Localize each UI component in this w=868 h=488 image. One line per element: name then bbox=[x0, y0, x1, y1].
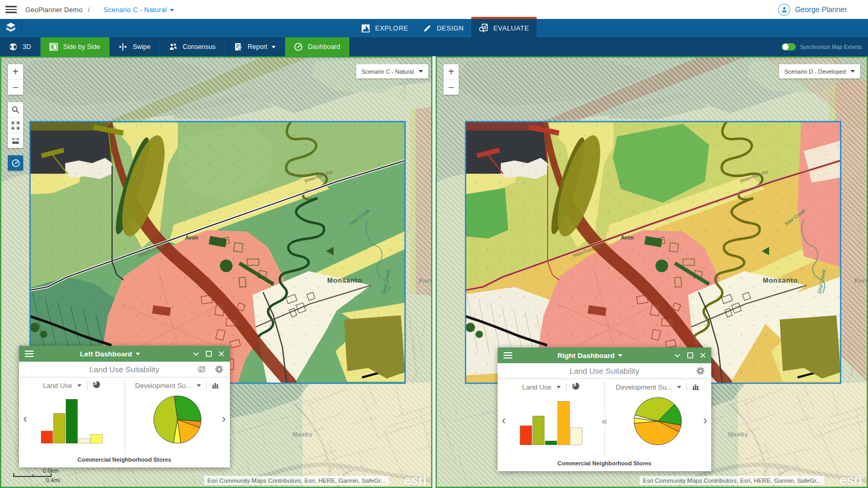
chart-panel-development: Development Su... bbox=[125, 377, 230, 456]
toolbar-swipe-button[interactable]: Swipe bbox=[109, 37, 160, 56]
zoom-out-button[interactable]: − bbox=[8, 79, 23, 95]
breadcrumb-separator: / bbox=[88, 6, 90, 14]
dashboard-gauge-icon bbox=[294, 43, 302, 51]
map-attribution: Esri Community Maps Contributors, Esri, … bbox=[640, 476, 824, 485]
swipe-icon bbox=[118, 43, 127, 51]
toolbar-side-by-side-button[interactable]: Side by Side bbox=[41, 37, 109, 56]
measure-button[interactable] bbox=[8, 133, 23, 148]
previous-chart-chevron[interactable]: ‹ bbox=[502, 415, 506, 426]
bar-chart-toggle-icon[interactable] bbox=[212, 381, 219, 390]
layers-icon bbox=[6, 23, 16, 34]
chevron-down-icon bbox=[170, 9, 174, 12]
bar-chart-toggle-icon[interactable] bbox=[692, 383, 700, 392]
svg-text:Avon: Avon bbox=[621, 235, 634, 241]
measure-icon bbox=[12, 137, 19, 145]
map-tools-left bbox=[8, 102, 23, 148]
toolbar-3d-button[interactable]: 3D bbox=[0, 37, 41, 56]
chevron-down-icon bbox=[77, 384, 82, 387]
app-header: GeoPlanner Demo / Scenario C - Natural G… bbox=[0, 0, 868, 19]
development-pie-chart bbox=[125, 393, 230, 456]
chart-panel-land-use: Land Use bbox=[498, 379, 604, 458]
gear-icon[interactable] bbox=[215, 365, 224, 374]
visibility-off-icon[interactable] bbox=[197, 365, 206, 374]
previous-chart-chevron[interactable]: ‹ bbox=[23, 413, 27, 425]
zoom-in-button[interactable]: + bbox=[8, 64, 23, 79]
widget-title: Land Use Suitability bbox=[498, 366, 711, 375]
svg-text:Avon: Avon bbox=[185, 235, 198, 241]
land-use-bar-chart bbox=[19, 393, 125, 456]
expand-icon bbox=[12, 122, 19, 130]
map-divider[interactable] bbox=[432, 56, 436, 488]
dashboard-gauge-icon bbox=[12, 159, 20, 167]
svg-text:Maxby: Maxby bbox=[728, 431, 748, 437]
chevron-down-icon bbox=[136, 353, 140, 355]
pie-chart-toggle-icon[interactable] bbox=[93, 381, 100, 390]
maximize-button[interactable] bbox=[206, 351, 212, 357]
side-by-side-icon bbox=[49, 43, 58, 51]
svg-text:Monsanto: Monsanto bbox=[763, 276, 798, 284]
chart-panel-land-use: Land Use bbox=[19, 377, 125, 456]
toolbar-consensus-button[interactable]: Consensus bbox=[160, 37, 225, 56]
map-pane-right: PortMaxbyMonsantoAvonSeal CreekSeal Cree… bbox=[436, 56, 868, 488]
toolbar-dashboard-button[interactable]: Dashboard bbox=[285, 37, 349, 56]
evaluate-toolbar: 3D Side by Side Swipe Consensus Report D… bbox=[0, 37, 868, 56]
minimize-button[interactable] bbox=[193, 351, 199, 357]
chart-caption: Commercial Neighborhood Stores bbox=[19, 456, 230, 463]
hamburger-menu-icon[interactable] bbox=[5, 6, 17, 13]
tab-design[interactable]: DESIGN bbox=[416, 19, 471, 37]
primary-nav: EXPLORE DESIGN EVALUATE bbox=[0, 19, 868, 37]
tab-explore[interactable]: EXPLORE bbox=[354, 19, 416, 37]
minimize-button[interactable] bbox=[674, 352, 681, 359]
chart-selector-label[interactable]: Land Use bbox=[522, 383, 552, 391]
left-dashboard-window: Left Dashboard Land Use Suitability Land bbox=[19, 346, 230, 467]
development-pie-chart bbox=[604, 395, 711, 458]
zoom-control-left: + − bbox=[8, 64, 23, 95]
chart-panel-development: Development Su... bbox=[604, 379, 711, 458]
zoom-out-button[interactable]: − bbox=[443, 79, 459, 95]
map-comparison-area: PortMaxbyMonsantoAvonSeal CreekSeal Cree… bbox=[0, 56, 868, 488]
chart-caption: Commercial Neighborhood Stores bbox=[498, 460, 711, 466]
search-button[interactable] bbox=[8, 102, 23, 117]
chevron-down-icon bbox=[557, 386, 561, 389]
gear-icon[interactable] bbox=[696, 366, 705, 375]
breadcrumb-app-title: GeoPlanner Demo bbox=[25, 6, 83, 14]
chevron-down-icon bbox=[271, 46, 276, 48]
chart-selector-label[interactable]: Development Su... bbox=[616, 383, 672, 391]
user-menu[interactable]: George Planner bbox=[778, 4, 847, 16]
user-avatar-icon bbox=[778, 4, 790, 16]
map-pane-left: PortMaxbyMonsantoAvonSeal CreekSeal Cree… bbox=[0, 56, 432, 488]
expand-button[interactable] bbox=[8, 117, 23, 133]
svg-text:Maxby: Maxby bbox=[292, 431, 312, 437]
chevron-down-icon bbox=[197, 384, 201, 387]
right-dashboard-titlebar[interactable]: Right Dashboard bbox=[498, 347, 711, 363]
left-dashboard-title[interactable]: Left Dashboard bbox=[34, 350, 186, 358]
next-chart-chevron[interactable]: › bbox=[222, 413, 226, 425]
dashboard-menu-icon[interactable] bbox=[503, 352, 512, 358]
maximize-button[interactable] bbox=[687, 352, 693, 358]
evaluate-analysis-icon bbox=[479, 24, 488, 33]
left-dashboard-titlebar[interactable]: Left Dashboard bbox=[19, 346, 230, 362]
dashboard-tool-button-active[interactable] bbox=[8, 155, 23, 171]
chevron-down-icon bbox=[851, 70, 855, 73]
tab-evaluate[interactable]: EVALUATE bbox=[471, 19, 537, 37]
chart-selector-label[interactable]: Land Use bbox=[43, 382, 72, 390]
collapse-panel-chevron[interactable]: « bbox=[601, 415, 608, 427]
scenario-selector-right[interactable]: Scenario D - Developed bbox=[779, 64, 860, 78]
chart-selector-label[interactable]: Development Su... bbox=[135, 382, 191, 390]
chevron-down-icon bbox=[618, 354, 622, 357]
next-chart-chevron[interactable]: › bbox=[703, 415, 707, 426]
dashboard-menu-icon[interactable] bbox=[25, 351, 34, 357]
zoom-in-button[interactable]: + bbox=[443, 64, 459, 79]
close-button[interactable] bbox=[700, 352, 706, 358]
toolbar-report-button[interactable]: Report bbox=[225, 37, 286, 56]
right-dashboard-title[interactable]: Right Dashboard bbox=[512, 352, 668, 360]
breadcrumb-scenario-dropdown[interactable]: Scenario C - Natural bbox=[104, 6, 174, 14]
layers-button[interactable] bbox=[0, 19, 22, 37]
synchronize-map-extents-toggle[interactable] bbox=[782, 43, 796, 51]
zoom-control-right: + − bbox=[443, 64, 459, 95]
esri-logo: POWERED BYesri bbox=[399, 471, 431, 487]
pie-chart-toggle-icon[interactable] bbox=[572, 382, 580, 392]
explore-map-icon bbox=[361, 24, 370, 33]
close-button[interactable] bbox=[218, 351, 225, 357]
scenario-selector-left[interactable]: Scenario C - Natural bbox=[356, 64, 428, 78]
